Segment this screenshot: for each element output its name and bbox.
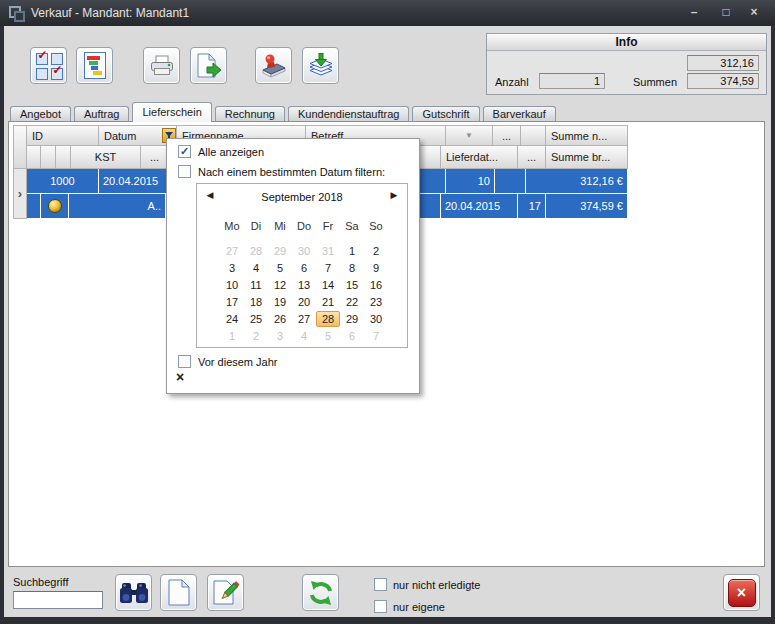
vor-diesem-jahr-checkbox[interactable]: [178, 355, 191, 368]
summe-netto-value: 312,16: [687, 55, 759, 71]
calendar-day[interactable]: 3: [268, 328, 292, 344]
close-button[interactable]: ×: [744, 4, 764, 21]
stamp-button[interactable]: [255, 47, 292, 84]
cell-lieferdatum[interactable]: 20.04.2015: [441, 194, 518, 219]
calendar-day[interactable]: 10: [220, 277, 244, 293]
calendar-day[interactable]: 5: [268, 260, 292, 276]
calendar-day[interactable]: 7: [364, 328, 388, 344]
calendar-next-icon[interactable]: ▶: [387, 190, 401, 200]
calendar-day[interactable]: 20: [292, 294, 316, 310]
tab-kundendienstauftrag[interactable]: Kundendienstauftrag: [288, 106, 410, 121]
calendar-day[interactable]: 28: [244, 243, 268, 259]
calendar-day[interactable]: 11: [244, 277, 268, 293]
tab-gutschrift[interactable]: Gutschrift: [412, 106, 479, 121]
calendar-day[interactable]: 12: [268, 277, 292, 293]
subheader-cell[interactable]: [41, 146, 56, 169]
column-header-id[interactable]: ID: [27, 125, 99, 146]
column-header-ellipsis-2[interactable]: ...: [141, 146, 169, 169]
calendar-day[interactable]: 1: [220, 328, 244, 344]
stamp-icon: [260, 53, 288, 79]
popup-close-icon[interactable]: ×: [176, 370, 184, 384]
calendar-day[interactable]: 8: [340, 260, 364, 276]
cell-blank[interactable]: [495, 169, 526, 194]
calendar-day-selected[interactable]: 28: [316, 311, 340, 327]
calendar-day[interactable]: 31: [316, 243, 340, 259]
calendar-day[interactable]: 21: [316, 294, 340, 310]
select-documents-button[interactable]: ✓✓: [30, 47, 67, 84]
column-header-summe-netto[interactable]: Summe n...: [546, 125, 628, 146]
overview-button[interactable]: [76, 47, 113, 84]
calendar-day[interactable]: 24: [220, 311, 244, 327]
red-x-icon: ×: [728, 579, 756, 607]
datum-filtern-checkbox[interactable]: [178, 165, 191, 178]
search-button[interactable]: [115, 574, 152, 611]
calendar-day[interactable]: 18: [244, 294, 268, 310]
tab-barverkauf[interactable]: Barverkauf: [483, 106, 556, 121]
column-header-lieferdatum[interactable]: Lieferdat...: [441, 146, 518, 169]
refresh-button[interactable]: [302, 574, 339, 611]
calendar-day[interactable]: 7: [316, 260, 340, 276]
calendar-day[interactable]: 17: [220, 294, 244, 310]
tab-rechnung[interactable]: Rechnung: [215, 106, 285, 121]
calendar-day[interactable]: 27: [220, 243, 244, 259]
minimize-button[interactable]: –: [684, 4, 704, 21]
calendar-day[interactable]: 22: [340, 294, 364, 310]
cell-anzahl-2[interactable]: 17: [518, 194, 546, 219]
cell-summe-netto[interactable]: 312,16 €: [526, 169, 628, 194]
alle-anzeigen-checkbox[interactable]: ✓: [178, 145, 191, 158]
calendar-day[interactable]: 6: [292, 260, 316, 276]
tab-angebot[interactable]: Angebot: [10, 106, 71, 121]
calendar-day[interactable]: 23: [364, 294, 388, 310]
column-header-dropdown[interactable]: ▼: [446, 125, 493, 146]
calendar-day[interactable]: 19: [268, 294, 292, 310]
calendar-day[interactable]: 1: [340, 243, 364, 259]
calendar-day[interactable]: 4: [292, 328, 316, 344]
calendar-day[interactable]: 3: [220, 260, 244, 276]
close-window-button[interactable]: ×: [723, 574, 760, 611]
nur-eigene-checkbox[interactable]: [374, 600, 387, 613]
cell-id[interactable]: 1000: [27, 169, 99, 194]
calendar-day[interactable]: 13: [292, 277, 316, 293]
cell-anzahl[interactable]: 10: [446, 169, 495, 194]
calendar-day[interactable]: 5: [316, 328, 340, 344]
nur-nicht-erledigte-checkbox[interactable]: [374, 578, 387, 591]
calendar-day[interactable]: 4: [244, 260, 268, 276]
calendar-day[interactable]: 25: [244, 311, 268, 327]
calendar-day[interactable]: 26: [268, 311, 292, 327]
cell-firmenname[interactable]: A..: [69, 194, 166, 219]
calendar-day[interactable]: 15: [340, 277, 364, 293]
calendar-day[interactable]: 29: [268, 243, 292, 259]
calendar-day[interactable]: 27: [292, 311, 316, 327]
export-button[interactable]: [190, 47, 227, 84]
calendar-day[interactable]: 16: [364, 277, 388, 293]
calendar-day[interactable]: 30: [364, 311, 388, 327]
column-header-ellipsis-3[interactable]: ...: [518, 146, 546, 169]
column-header-kst[interactable]: KST: [71, 146, 141, 169]
calendar-day[interactable]: 30: [292, 243, 316, 259]
weekday-label: Fr: [316, 220, 340, 232]
subheader-cell[interactable]: [27, 146, 41, 169]
tab-lieferschein[interactable]: Lieferschein: [132, 102, 211, 122]
maximize-button[interactable]: □: [716, 4, 736, 21]
calendar-day[interactable]: 2: [244, 328, 268, 344]
cell-summe-brutto[interactable]: 374,59 €: [546, 194, 628, 219]
calendar-day[interactable]: 9: [364, 260, 388, 276]
edit-button[interactable]: [207, 574, 244, 611]
new-document-button[interactable]: [160, 574, 197, 611]
tab-auftrag[interactable]: Auftrag: [74, 106, 129, 121]
subheader-cell[interactable]: [56, 146, 71, 169]
search-input[interactable]: [13, 591, 103, 609]
batch-button[interactable]: [302, 47, 339, 84]
calendar-day[interactable]: 2: [364, 243, 388, 259]
row-indicator[interactable]: ›: [13, 169, 27, 219]
cell-blank[interactable]: [27, 194, 41, 219]
calendar-day[interactable]: 6: [340, 328, 364, 344]
cell-record-icon[interactable]: [41, 194, 69, 219]
column-header-summe-brutto[interactable]: Summe br...: [546, 146, 628, 169]
calendar-day[interactable]: 29: [340, 311, 364, 327]
print-button[interactable]: [143, 47, 180, 84]
calendar-day[interactable]: 14: [316, 277, 340, 293]
column-header-ellipsis-1[interactable]: ...: [493, 125, 521, 146]
column-header-blank[interactable]: [521, 125, 546, 146]
column-header-datum-label: Datum: [104, 130, 136, 142]
